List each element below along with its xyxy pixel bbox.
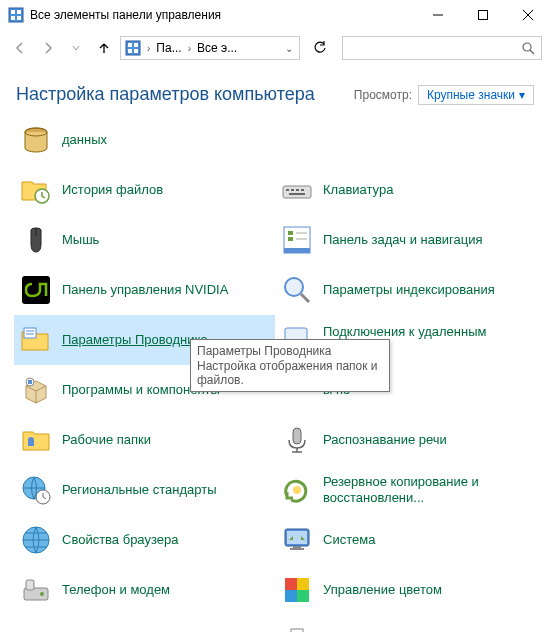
svg-rect-11 — [134, 43, 138, 47]
svg-rect-21 — [291, 189, 294, 191]
taskbar-icon — [281, 224, 313, 256]
svg-rect-51 — [26, 580, 34, 590]
item-region[interactable]: Региональные стандарты — [14, 465, 275, 515]
svg-point-31 — [285, 278, 303, 296]
tooltip: Параметры Проводника Настройка отображен… — [190, 339, 390, 392]
backup-restore-icon — [281, 474, 313, 506]
item-mouse[interactable]: Мышь — [14, 215, 275, 265]
item-label: данных — [62, 132, 107, 148]
nvidia-icon — [20, 274, 52, 306]
phone-modem-icon — [20, 574, 52, 606]
svg-rect-48 — [293, 546, 301, 548]
item-indexing[interactable]: Параметры индексирования — [275, 265, 536, 315]
view-select[interactable]: Крупные значки▾ — [418, 85, 534, 105]
tooltip-desc: Настройка отображения папок и файлов. — [197, 359, 383, 387]
mouse-icon — [20, 224, 52, 256]
titlebar: Все элементы панели управления — [0, 0, 550, 30]
svg-rect-53 — [285, 578, 297, 590]
view-label: Просмотр: — [354, 88, 412, 102]
chevron-down-icon[interactable]: ⌄ — [283, 43, 295, 54]
item-label: Мышь — [62, 232, 99, 248]
item-label: Региональные стандарты — [62, 482, 216, 498]
keyboard-icon — [281, 174, 313, 206]
svg-line-15 — [530, 50, 534, 54]
svg-point-52 — [40, 592, 44, 596]
svg-rect-6 — [478, 11, 487, 20]
item-file-history[interactable]: История файлов — [14, 165, 275, 215]
item-label: Свойства браузера — [62, 532, 178, 548]
nav-recent-dropdown[interactable] — [64, 36, 88, 60]
control-panel-icon — [8, 7, 24, 23]
svg-rect-47 — [287, 531, 307, 544]
printer-icon — [281, 624, 313, 632]
page-title: Настройка параметров компьютера — [16, 84, 315, 105]
svg-rect-27 — [284, 248, 310, 253]
item-speech[interactable]: Распознавание речи — [275, 415, 536, 465]
svg-rect-20 — [286, 189, 289, 191]
svg-rect-38 — [28, 380, 32, 384]
maximize-button[interactable] — [460, 0, 505, 30]
globe-clock-icon — [20, 474, 52, 506]
item-system[interactable]: Система — [275, 515, 536, 565]
nav-up-button[interactable] — [92, 36, 116, 60]
svg-rect-56 — [297, 590, 309, 602]
item-devices-printers[interactable]: Устройства и принтеры — [275, 615, 536, 632]
breadcrumb-seg[interactable]: Все э... — [197, 41, 237, 55]
svg-rect-23 — [301, 189, 304, 191]
search-icon[interactable] — [521, 41, 535, 55]
item-label: Резервное копирование и восстановлени... — [323, 474, 530, 507]
svg-rect-4 — [17, 16, 21, 20]
tooltip-title: Параметры Проводника — [197, 344, 383, 358]
close-button[interactable] — [505, 0, 550, 30]
item-label: Телефон и модем — [62, 582, 170, 598]
chevron-right-icon[interactable]: › — [145, 43, 152, 54]
item-label: Управление цветом — [323, 582, 442, 598]
microphone-icon — [281, 424, 313, 456]
item-work-folders[interactable]: Рабочие папки — [14, 415, 275, 465]
system-monitor-icon — [281, 524, 313, 556]
item-taskbar[interactable]: Панель задач и навигация — [275, 215, 536, 265]
svg-rect-33 — [24, 328, 36, 338]
item-keyboard[interactable]: Клавиатура — [275, 165, 536, 215]
svg-rect-28 — [288, 231, 293, 235]
svg-rect-13 — [134, 49, 138, 53]
minimize-button[interactable] — [415, 0, 460, 30]
item-backup[interactable]: Резервное копирование и восстановлени... — [275, 465, 536, 515]
item-phone-modem[interactable]: Телефон и модем — [14, 565, 275, 615]
nav-back-button[interactable] — [8, 36, 32, 60]
database-icon — [20, 124, 52, 156]
folder-options-icon — [20, 324, 52, 356]
item-data-sources[interactable]: данных — [14, 115, 275, 165]
svg-rect-49 — [290, 548, 304, 550]
programs-box-icon — [20, 374, 52, 406]
navbar: › Па... › Все э... ⌄ — [0, 30, 550, 66]
item-label: Панель управления NVIDIA — [62, 282, 228, 298]
item-color-management[interactable]: Управление цветом — [275, 565, 536, 615]
svg-rect-55 — [285, 590, 297, 602]
svg-rect-1 — [11, 10, 15, 14]
chevron-right-icon[interactable]: › — [186, 43, 193, 54]
nav-forward-button[interactable] — [36, 36, 60, 60]
svg-rect-10 — [128, 43, 132, 47]
search-input[interactable] — [349, 41, 521, 55]
search-box[interactable] — [342, 36, 542, 60]
svg-rect-22 — [296, 189, 299, 191]
item-label: Параметры Проводника — [62, 332, 208, 348]
window-title: Все элементы панели управления — [30, 8, 415, 22]
search-magnify-icon — [281, 274, 313, 306]
breadcrumb-seg[interactable]: Па... — [156, 41, 181, 55]
address-bar[interactable]: › Па... › Все э... ⌄ — [120, 36, 300, 60]
item-internet-options[interactable]: Свойства браузера — [14, 515, 275, 565]
work-folders-icon — [20, 424, 52, 456]
item-label: Панель задач и навигация — [323, 232, 483, 248]
folder-clock-icon — [20, 174, 52, 206]
refresh-button[interactable] — [308, 36, 332, 60]
color-swatch-icon — [281, 574, 313, 606]
globe-internet-icon — [20, 524, 52, 556]
svg-line-32 — [301, 294, 309, 302]
svg-rect-29 — [288, 237, 293, 241]
svg-rect-2 — [17, 10, 21, 14]
chevron-down-icon: ▾ — [519, 88, 525, 102]
svg-rect-3 — [11, 16, 15, 20]
item-nvidia[interactable]: Панель управления NVIDIA — [14, 265, 275, 315]
